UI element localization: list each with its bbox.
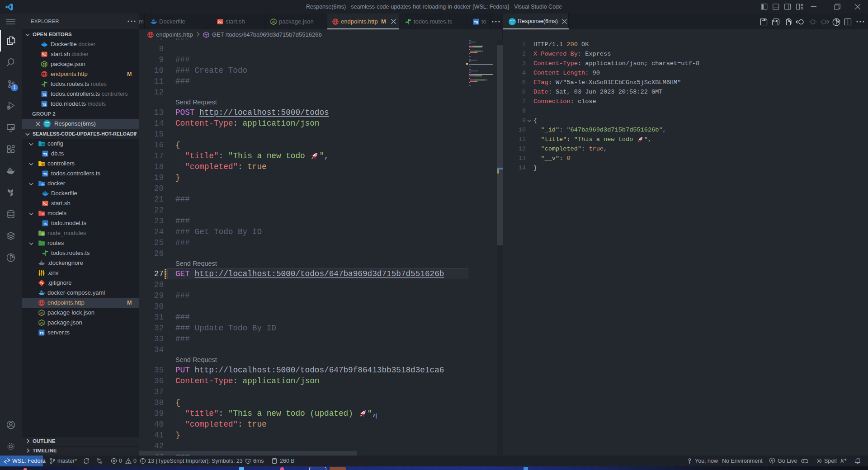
- svg-text:6ms: 6ms: [511, 22, 514, 24]
- svg-text:JS: JS: [272, 20, 276, 24]
- svg-text:TS: TS: [42, 103, 47, 106]
- svg-text:TS: TS: [43, 173, 47, 176]
- svg-text:TS: TS: [42, 93, 47, 96]
- svg-text:JS: JS: [40, 311, 44, 315]
- svg-text:TS: TS: [43, 153, 47, 156]
- svg-text:JS: JS: [40, 321, 44, 324]
- svg-text:6ms: 6ms: [46, 124, 49, 126]
- svg-text:JS: JS: [42, 63, 47, 66]
- svg-text:TS: TS: [474, 21, 478, 24]
- svg-text:HTTP: HTTP: [510, 19, 515, 22]
- svg-text:HTTP: HTTP: [45, 122, 50, 124]
- svg-text:TS: TS: [43, 222, 47, 226]
- svg-text:TS: TS: [40, 332, 44, 335]
